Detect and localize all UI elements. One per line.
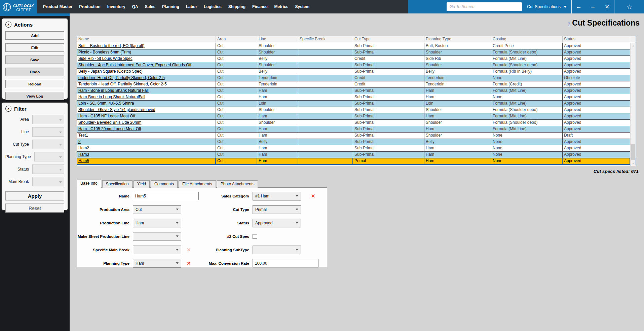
column-header-line[interactable]: Line [257,36,298,43]
production-area-select[interactable]: Cut [133,205,181,214]
specific-main-break-select[interactable] [133,246,181,254]
cut-type-filter-select[interactable] [32,140,64,149]
tab-comments[interactable]: Comments [151,180,178,188]
table-row[interactable]: 2CutBellySub-PrimalBellyNoneApproved [77,139,636,145]
cut-spec-name-link[interactable]: Side Rib - St Louis Wide Spec [77,56,216,62]
cut-spec-name-link[interactable]: Ham - C105 NF Loose Meat Off [77,113,216,120]
nav-item-qa[interactable]: QA [129,0,142,13]
scroll-up-icon[interactable]: ▲ [631,43,636,48]
table-row[interactable]: Ham - C105 20mm Loose Meat OffCutHamSub-… [77,126,636,133]
cut-spec-name-link[interactable]: Shoulder- Beveled Bnls Ude 20mm [77,120,216,126]
table-row[interactable]: Tenderloin -Head Off, Partially Skinned,… [77,81,636,88]
close-screen-button[interactable]: ✕ [600,3,614,10]
cut-spec-name-link[interactable]: Ham2 [77,145,216,152]
column-header-costing[interactable]: Costing [491,36,563,43]
vertical-scrollbar[interactable]: ▲ ▼ [630,43,636,166]
table-row[interactable]: Ham3CutHamSub-PrimalHamNoneApproved [77,152,636,158]
apply-filter-button[interactable]: Apply [5,191,64,200]
column-header-planning-type[interactable]: Planning Type [424,36,491,43]
table-row[interactable]: enderloin -Head Off, Partially Skinned, … [77,75,636,81]
column-header-name[interactable]: Name [77,36,216,43]
scrollbar-thumb[interactable] [631,144,635,160]
main-break-filter-select[interactable] [32,177,64,186]
2-cut-spec-checkbox[interactable] [253,234,257,239]
cut-spec-name-link[interactable]: Ham3 [77,152,216,158]
cut-spec-name-link[interactable]: Ham - Bone in Long Shank Natural Fall [77,88,216,94]
cut-spec-name-link[interactable]: Butt – Boston to the red, FO (flap off) [77,43,216,49]
cut-spec-name-link[interactable]: Ham-Bone in Long Shank NaturalFall [77,94,216,101]
view-log-button[interactable]: View Log [5,92,64,100]
planning-type-filter-select[interactable] [34,152,64,161]
nav-item-finance[interactable]: Finance [249,0,271,13]
cut-spec-name-link[interactable]: Picnic - Boneless 6mm (Trim) [77,49,216,56]
table-row[interactable]: Butt – Boston to the red, FO (flap off)C… [77,43,636,49]
table-row[interactable]: Ham2CutHamSub-PrimalHamNoneApproved [77,145,636,152]
max-conversion-rate-field[interactable] [253,259,318,267]
column-header-specific-break[interactable]: Specific Break [298,36,353,43]
cut-spec-name-link[interactable]: Shoulder - Glove Style 1/4 glands remove… [77,107,216,113]
nav-item-inventory[interactable]: Inventory [104,0,129,13]
save-button[interactable]: Save [5,56,64,64]
nav-item-shipping[interactable]: Shipping [225,0,249,13]
tab-base-info[interactable]: Base Info [77,180,101,188]
cut-spec-name-link[interactable]: Ham5 [77,158,216,164]
table-row[interactable]: Ham5CutHamPrimalHamNoneApproved [77,158,636,164]
production-line-select[interactable]: Ham [133,219,181,227]
column-header-status[interactable]: Status [563,36,630,43]
column-header-area[interactable]: Area [216,36,257,43]
tab-specification[interactable]: Specification [102,180,132,188]
help-link[interactable]: ? [568,22,570,27]
table-row[interactable]: Ham - Bone in Long Shank Natural FallCut… [77,88,636,94]
cut-spec-name-link[interactable]: enderloin -Head Off, Partially Skinned, … [77,75,216,81]
nav-item-production[interactable]: Production [76,0,104,13]
area-filter-select[interactable] [32,115,64,124]
tab-file-attachments[interactable]: File Attachments [179,180,216,188]
table-row[interactable]: Side Rib - St Louis Wide SpecCutBellyCre… [77,56,636,62]
cut-spec-name-link[interactable]: 2 [77,139,216,145]
nav-item-labor[interactable]: Labor [183,0,200,13]
planning-type-select[interactable]: Ham [133,259,181,268]
table-row[interactable]: Ham - C105 NF Loose Meat OffCutHamSub-Pr… [77,113,636,120]
status-filter-select[interactable] [32,164,64,174]
make-sheet-production-line-select[interactable] [133,232,181,241]
cut-type-select[interactable]: Primal [253,205,301,214]
nav-item-product-master[interactable]: Product Master [40,0,76,13]
back-button[interactable]: ← [572,3,586,10]
undo-button[interactable]: Undo [5,68,64,76]
cut-spec-name-link[interactable]: Shoulder - 4pc Bnls Untrimmed Fat Cover,… [77,62,216,69]
tab-yield[interactable]: Yield [134,180,150,188]
cut-spec-name-link[interactable]: Ham - C105 20mm Loose Meat Off [77,126,216,133]
column-header-cut-type[interactable]: Cut Type [353,36,424,43]
favorite-star-icon[interactable]: ☆ [622,3,636,11]
nav-item-logistics[interactable]: Logistics [200,0,225,13]
table-row[interactable]: Shoulder - Glove Style 1/4 glands remove… [77,107,636,113]
clear-x-icon[interactable]: ✕ [311,193,315,199]
goto-screen-input[interactable] [447,2,522,11]
table-row[interactable]: Picnic - Boneless 6mm (Trim)CutShoulderS… [77,49,636,56]
forward-button[interactable]: → [586,3,600,10]
sales-category-select[interactable]: #1 Ham [253,192,301,200]
add-button[interactable]: Add [5,31,64,40]
nav-item-sales[interactable]: Sales [142,0,159,13]
table-row[interactable]: Test1CutHamSub-PrimalShoulderNoneDraft [77,133,636,139]
screen-selector-dropdown[interactable]: Cut Specifications [527,4,571,9]
cut-spec-name-link[interactable]: Loin - SC, 6mm, 4.0-5.5 Shinra [77,101,216,107]
tab-photo-attachments[interactable]: Photo Attachments [217,180,258,188]
nav-item-metrics[interactable]: Metrics [271,0,292,13]
nav-item-planning[interactable]: Planning [159,0,183,13]
nav-item-system[interactable]: System [292,0,313,13]
table-row[interactable]: Shoulder - 4pc Bnls Untrimmed Fat Cover,… [77,62,636,69]
scroll-down-icon[interactable]: ▼ [631,161,636,166]
table-row[interactable]: Ham-Bone in Long Shank NaturalFallCutHam… [77,94,636,101]
line-filter-select[interactable] [32,127,64,137]
edit-button[interactable]: Edit [5,43,64,52]
cut-spec-name-link[interactable]: Test1 [77,133,216,139]
collapse-filter-icon[interactable]: ∧ [5,106,11,112]
reset-filter-button[interactable]: Reset [5,204,64,213]
brand-logo[interactable]: CUTLOGIX CLTEST [0,0,37,16]
cut-spec-name-link[interactable]: Tenderloin -Head Off, Partially Skinned,… [77,81,216,88]
table-row[interactable]: Belly - Japan Square (Costco Spec)CutBel… [77,69,636,75]
table-row[interactable]: Loin - SC, 6mm, 4.0-5.5 ShinraCutLoinSub… [77,101,636,107]
cut-spec-name-link[interactable]: Belly - Japan Square (Costco Spec) [77,69,216,75]
reload-button[interactable]: Reload [5,80,64,88]
